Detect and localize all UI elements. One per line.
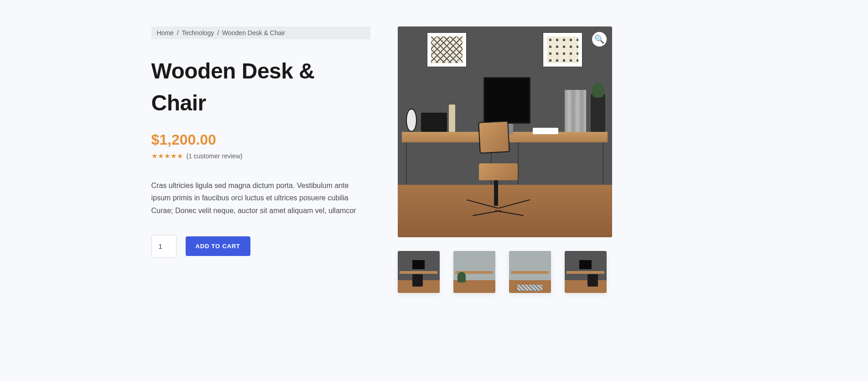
breadcrumb-category-link[interactable]: Technology [182,29,214,37]
product-price: $1,200.00 [151,131,370,148]
product-title: Wooden Desk & Chair [151,55,370,119]
star-rating: ★ ★ ★ ★ ★ [151,152,183,160]
actions-row: ADD TO CART [151,235,370,258]
star-icon: ★ [151,152,157,160]
customer-review-link[interactable]: (1 customer review) [187,152,243,160]
breadcrumb-current: Wooden Desk & Chair [222,29,285,37]
breadcrumb-separator: / [177,29,181,37]
rating-row: ★ ★ ★ ★ ★ (1 customer review) [151,152,370,160]
quantity-input[interactable] [151,235,177,258]
thumbnail-3[interactable] [509,251,551,293]
thumbnail-4[interactable] [565,251,607,293]
breadcrumb-home-link[interactable]: Home [157,29,174,37]
thumbnail-1[interactable] [398,251,440,293]
star-icon: ★ [164,152,170,160]
breadcrumb-separator: / [217,29,221,37]
breadcrumb: Home / Technology / Wooden Desk & Chair [151,26,370,39]
main-product-image[interactable]: 🔍 [398,26,612,237]
product-gallery: 🔍 [398,26,612,293]
star-icon: ★ [158,152,164,160]
thumbnail-gallery [398,251,612,293]
add-to-cart-button[interactable]: ADD TO CART [186,236,250,256]
star-icon: ★ [177,152,183,160]
thumbnail-2[interactable] [453,251,495,293]
zoom-icon[interactable]: 🔍 [592,32,607,47]
currency-symbol: $ [151,131,160,148]
star-icon: ★ [171,152,177,160]
product-description: Cras ultricies ligula sed magna dictum p… [151,179,370,217]
price-value: 1,200.00 [159,131,216,148]
